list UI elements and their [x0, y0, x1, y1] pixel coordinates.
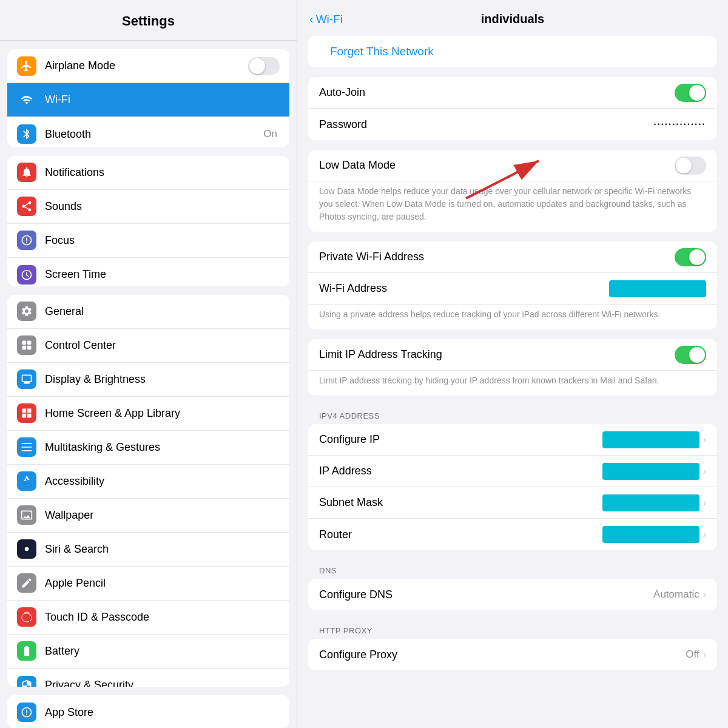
subnet-chevron: ›: [703, 497, 706, 508]
focus-icon: [17, 231, 36, 250]
router-value: [602, 526, 699, 543]
sounds-label: Sounds: [45, 200, 280, 213]
sidebar-item-multitasking[interactable]: Multitasking & Gestures: [7, 431, 289, 465]
app-store-label: App Store: [45, 706, 280, 719]
limit-ip-row: Limit IP Address Tracking: [308, 339, 717, 371]
connectivity-group: Airplane Mode Wi-Fi Bluetooth On: [7, 49, 289, 147]
home-screen-icon: [17, 403, 36, 423]
private-address-description: Using a private address helps reduce tra…: [308, 305, 717, 329]
limit-ip-toggle[interactable]: [675, 346, 706, 364]
touch-id-icon: [17, 607, 36, 627]
ip-address-label: IP Address: [319, 465, 602, 477]
svg-rect-2: [22, 346, 27, 350]
screen-time-icon: [17, 265, 36, 285]
bluetooth-icon: [17, 124, 36, 144]
low-data-toggle[interactable]: [675, 157, 706, 175]
ipv4-section: Configure IP › IP Address › Subnet Mask …: [308, 424, 717, 550]
sidebar-item-siri[interactable]: Siri & Search: [7, 533, 289, 567]
password-label: Password: [319, 118, 654, 131]
configure-dns-value: Automatic: [653, 588, 699, 601]
sidebar-item-privacy[interactable]: Privacy & Security: [7, 669, 289, 687]
ip-address-value: [602, 463, 699, 480]
dns-section: Configure DNS Automatic ›: [308, 579, 717, 610]
sidebar-item-touch-id[interactable]: Touch ID & Passcode: [7, 601, 289, 635]
apple-pencil-icon: [17, 573, 36, 593]
airplane-icon: [17, 56, 36, 76]
panel-title: individuals: [481, 12, 544, 26]
private-wifi-label: Private Wi-Fi Address: [319, 251, 675, 263]
limit-ip-label: Limit IP Address Tracking: [319, 348, 675, 361]
auto-join-toggle[interactable]: [675, 84, 706, 102]
app-group: App Store: [7, 695, 289, 728]
airplane-toggle[interactable]: [248, 57, 280, 75]
auto-join-label: Auto-Join: [319, 86, 675, 99]
dns-chevron: ›: [703, 589, 706, 600]
panel-content: Forget This Network Auto-Join Password •…: [297, 36, 728, 728]
general-label: General: [45, 305, 280, 318]
display-icon: [17, 369, 36, 389]
sidebar-item-focus[interactable]: Focus: [7, 224, 289, 258]
sidebar-item-display[interactable]: Display & Brightness: [7, 363, 289, 397]
ipv4-header: IPV4 ADDRESS: [308, 405, 717, 424]
private-wifi-section: Private Wi-Fi Address Wi-Fi Address Usin…: [308, 241, 717, 329]
configure-proxy-row[interactable]: Configure Proxy Off ›: [308, 639, 717, 670]
sidebar-item-app-store[interactable]: App Store: [7, 695, 289, 728]
proxy-chevron: ›: [703, 649, 706, 660]
wifi-address-value: [609, 280, 706, 297]
sidebar-item-battery[interactable]: Battery: [7, 635, 289, 669]
sidebar-item-notifications[interactable]: Notifications: [7, 156, 289, 190]
screen-time-label: Screen Time: [45, 268, 280, 281]
wifi-icon: [17, 90, 36, 110]
home-screen-label: Home Screen & App Library: [45, 407, 280, 420]
sidebar-item-control-center[interactable]: Control Center: [7, 329, 289, 363]
configure-ip-value: [602, 431, 699, 448]
back-chevron-icon: ‹: [309, 12, 314, 26]
sidebar-item-apple-pencil[interactable]: Apple Pencil: [7, 567, 289, 601]
configure-dns-label: Configure DNS: [319, 588, 653, 601]
svg-point-4: [25, 547, 29, 551]
accessibility-icon: [17, 471, 36, 491]
private-wifi-toggle[interactable]: [675, 248, 706, 266]
low-data-mode-row: Low Data Mode: [308, 150, 717, 181]
focus-label: Focus: [45, 234, 280, 247]
sounds-icon: [17, 197, 36, 216]
wifi-label: Wi-Fi: [45, 93, 280, 106]
forget-network-row[interactable]: Forget This Network: [308, 36, 717, 67]
low-data-label: Low Data Mode: [319, 159, 675, 172]
app-store-icon: [17, 703, 36, 722]
sidebar-item-wallpaper[interactable]: Wallpaper: [7, 499, 289, 533]
wifi-address-row: Wi-Fi Address: [308, 273, 717, 305]
router-row: Router ›: [308, 519, 717, 550]
privacy-icon: [17, 676, 36, 687]
multitasking-label: Multitasking & Gestures: [45, 441, 280, 454]
configure-proxy-label: Configure Proxy: [319, 649, 686, 661]
multitasking-icon: [17, 437, 36, 457]
forget-network-btn[interactable]: Forget This Network: [319, 36, 706, 67]
configure-dns-row[interactable]: Configure DNS Automatic ›: [308, 579, 717, 610]
sidebar-item-home-screen[interactable]: Home Screen & App Library: [7, 397, 289, 431]
control-center-label: Control Center: [45, 339, 280, 352]
sidebar-item-screen-time[interactable]: Screen Time: [7, 258, 289, 286]
sidebar-item-airplane-mode[interactable]: Airplane Mode: [7, 49, 289, 83]
siri-label: Siri & Search: [45, 543, 280, 556]
sidebar-item-wifi[interactable]: Wi-Fi: [7, 83, 289, 117]
subnet-mask-label: Subnet Mask: [319, 496, 602, 509]
back-button[interactable]: ‹ Wi-Fi: [309, 12, 343, 26]
limit-ip-description: Limit IP address tracking by hiding your…: [308, 371, 717, 396]
sidebar-item-sounds[interactable]: Sounds: [7, 190, 289, 224]
general-group: General Control Center Display & Brightn…: [7, 295, 289, 687]
bluetooth-value: On: [263, 128, 277, 140]
password-value: ••••••••••••••: [654, 121, 706, 127]
http-proxy-section: Configure Proxy Off ›: [308, 639, 717, 670]
bluetooth-label: Bluetooth: [45, 128, 263, 141]
sidebar-content: Airplane Mode Wi-Fi Bluetooth On: [0, 41, 297, 728]
sidebar-item-bluetooth[interactable]: Bluetooth On: [7, 117, 289, 147]
low-data-section: Low Data Mode Low Data Mode helps reduce…: [308, 150, 717, 232]
forget-network-section: Forget This Network: [308, 36, 717, 67]
configure-ip-row[interactable]: Configure IP ›: [308, 424, 717, 456]
auto-join-row: Auto-Join: [308, 77, 717, 109]
sidebar-item-general[interactable]: General: [7, 295, 289, 329]
battery-icon: [17, 641, 36, 661]
general-icon: [17, 302, 36, 321]
sidebar-item-accessibility[interactable]: Accessibility: [7, 465, 289, 499]
